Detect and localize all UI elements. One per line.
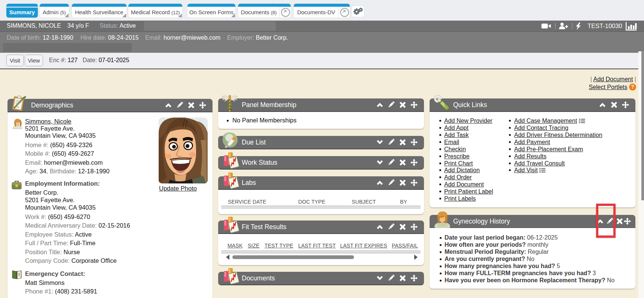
svg-text:?: ? (631, 84, 634, 90)
svg-text:!: ! (18, 272, 20, 277)
